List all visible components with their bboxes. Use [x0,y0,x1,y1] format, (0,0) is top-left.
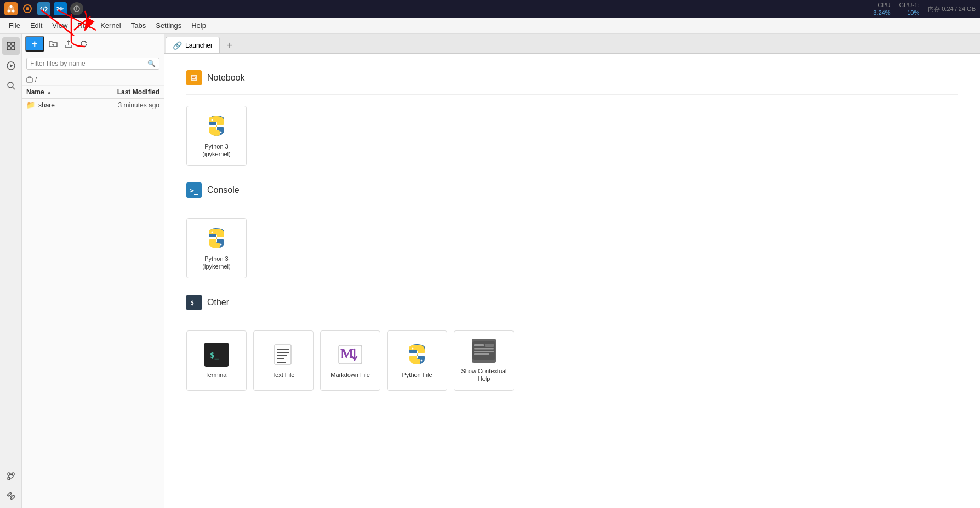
topbar-left [4,2,83,15]
card-terminal[interactable]: $_ Terminal [186,330,247,391]
circle-icon [21,2,34,15]
svg-rect-36 [275,345,291,364]
refresh-button[interactable] [77,36,90,52]
svg-text:$_: $_ [210,351,219,360]
sidebar-item-running[interactable] [2,57,20,75]
card-markdown[interactable]: M Markdown File [320,330,380,391]
tab-launcher-icon: 🔗 [173,41,182,50]
filter-input[interactable] [30,60,147,67]
svg-point-18 [8,473,10,475]
sidebar-item-extensions[interactable] [2,487,20,505]
filter-input-wrap: 🔍 [22,54,164,73]
svg-point-3 [12,10,15,13]
jupyter-icon[interactable] [4,2,18,15]
main-layout: + [0,34,980,508]
tab-add-button[interactable]: + [222,38,237,53]
mem-stat: 内存 0.24 / 24 GB [928,5,976,13]
svg-point-1 [10,5,13,8]
file-name-share: 📁 share [26,101,99,109]
contextual-icon [472,339,496,363]
svg-point-30 [212,119,213,121]
svg-line-17 [13,87,15,89]
notebook-section-title: Notebook [207,73,245,83]
new-launcher-button[interactable]: + [25,36,44,52]
menu-run[interactable]: Run [73,20,95,31]
column-name[interactable]: Name ▲ [26,88,99,96]
cpu-stat: CPU 3.24% [873,1,890,17]
svg-rect-47 [474,344,484,346]
tabbar: 🔗 Launcher + [164,34,980,54]
topbar: CPU 3.24% GPU-1: 10% 内存 0.24 / 24 GB [0,0,980,18]
menubar: File Edit View Run Kernel Tabs Settings … [0,18,980,34]
gpu-stat: GPU-1: 10% [899,1,919,17]
iconbar [0,34,22,508]
notebook-divider [186,94,958,95]
other-cards: $_ Terminal [186,330,958,391]
menu-help[interactable]: Help [187,20,210,31]
svg-point-31 [220,131,222,133]
markdown-icon: M [338,343,362,367]
folder-icon: 📁 [26,101,35,109]
card-pythonfile-label: Python File [402,371,432,379]
card-pythonfile[interactable]: Python File [387,330,447,391]
file-modified-share: 3 minutes ago [99,101,159,109]
python-logo-notebook [204,114,229,138]
svg-rect-27 [192,76,196,77]
card-python3-console[interactable]: Python 3(ipykernel) [186,218,247,278]
column-last-modified[interactable]: Last Modified [99,88,159,96]
svg-point-32 [212,231,213,233]
svg-line-6 [43,7,44,11]
breadcrumb-path: / [35,76,37,83]
topbar-right: CPU 3.24% GPU-1: 10% 内存 0.24 / 24 GB [873,1,976,17]
tab-launcher[interactable]: 🔗 Launcher [166,37,220,53]
menu-tabs[interactable]: Tabs [127,20,150,31]
menu-edit[interactable]: Edit [26,20,47,31]
code-icon[interactable] [37,2,50,15]
svg-point-33 [220,243,222,245]
svg-rect-10 [7,42,10,45]
python-logo-console [204,226,229,250]
file-panel: + [22,34,164,508]
svg-point-44 [412,347,414,349]
card-python3-console-label: Python 3(ipykernel) [202,255,230,271]
other-section-icon: $_ [186,295,202,310]
sidebar-item-search[interactable] [2,77,20,94]
card-contextual-label: Show Contextual Help [460,367,508,383]
card-contextual[interactable]: Show Contextual Help [454,330,514,391]
svg-rect-51 [485,344,494,347]
menu-file[interactable]: File [4,20,25,31]
vscode-icon[interactable] [54,2,67,15]
svg-rect-13 [12,47,15,50]
sidebar-item-git[interactable] [2,467,20,485]
card-terminal-label: Terminal [205,371,228,379]
section-header-console: >_ Console [186,182,958,198]
svg-point-2 [8,10,10,13]
menu-view[interactable]: View [48,20,72,31]
menu-kernel[interactable]: Kernel [96,20,126,31]
terminal-icon: $_ [204,343,229,367]
status-icon[interactable] [70,2,83,15]
card-textfile[interactable]: Text File [253,330,314,391]
console-divider [186,207,958,207]
tab-launcher-label: Launcher [185,42,213,49]
svg-rect-48 [474,348,494,350]
svg-point-9 [76,9,77,10]
sidebar-item-files[interactable] [2,37,20,55]
content-area: 🔗 Launcher + Notebook [164,34,980,508]
svg-rect-12 [7,47,10,50]
cpu-label: CPU [878,1,890,9]
filter-input-container[interactable]: 🔍 [26,58,159,70]
notebook-section-icon [186,70,202,85]
new-folder-button[interactable] [47,36,60,52]
filepanel-toolbar: + [22,34,164,54]
breadcrumb: / [22,73,164,86]
launcher: Notebook [164,54,980,508]
menu-settings[interactable]: Settings [151,20,186,31]
gpu-value: 10% [907,9,919,16]
card-markdown-label: Markdown File [331,371,370,379]
card-python3-notebook[interactable]: Python 3(ipykernel) [186,106,247,166]
svg-point-45 [421,359,423,361]
svg-text:M: M [340,346,354,362]
file-row-share[interactable]: 📁 share 3 minutes ago [22,99,164,111]
upload-button[interactable] [62,36,75,52]
